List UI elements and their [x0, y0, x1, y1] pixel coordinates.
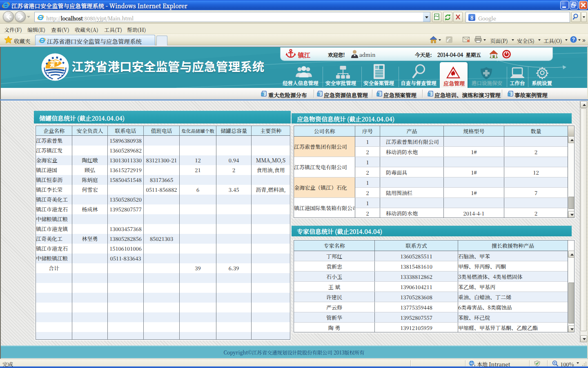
svg-text:?: ?	[572, 37, 575, 43]
